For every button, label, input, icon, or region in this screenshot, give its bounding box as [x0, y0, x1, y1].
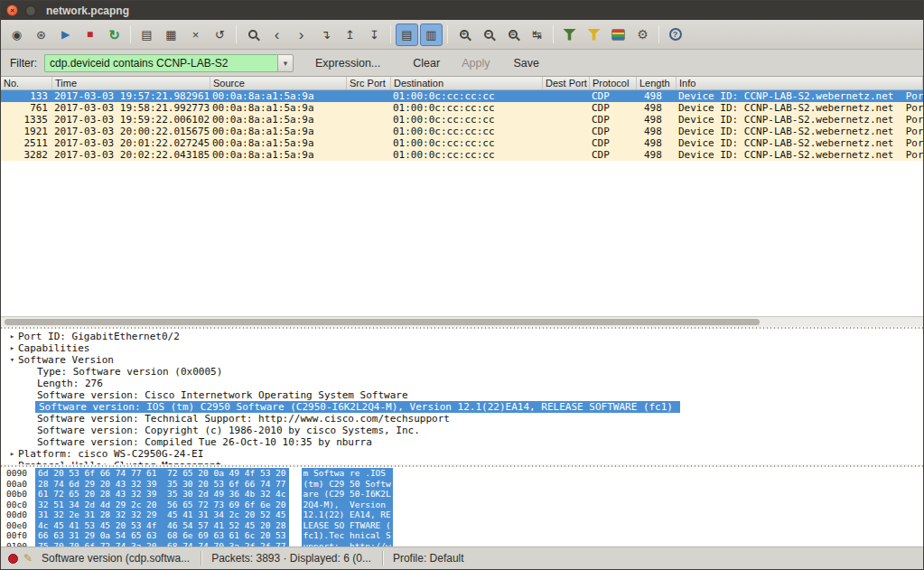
hex-bytes[interactable]: 31 32 2e 31 28 32 32 29 45 41 31 34 2c 2… [35, 509, 289, 520]
detail-line[interactable]: Software version: Copyright (c) 1986-201… [6, 425, 923, 436]
hex-ascii[interactable]: upport: http://w [302, 541, 393, 547]
detail-line[interactable]: ▾Software Version [6, 354, 923, 366]
hex-ascii[interactable]: LEASE SO FTWARE ( [302, 520, 393, 531]
apply-button[interactable]: Apply [456, 54, 495, 72]
detail-line[interactable]: ▸Platform: cisco WS-C2950G-24-EI [6, 448, 923, 460]
hex-bytes[interactable]: 75 70 70 6f 72 74 3a 20 68 74 74 70 3a 2… [35, 541, 289, 547]
save-file-button[interactable]: ▦ [160, 23, 182, 46]
close-button[interactable]: × [6, 5, 18, 16]
resize-columns-button[interactable]: ↹ [526, 23, 548, 46]
hex-ascii[interactable]: fc1).Tec hnical S [302, 530, 393, 541]
go-bottom-button[interactable]: ↧ [363, 23, 386, 46]
cell-length: 498 [637, 137, 677, 149]
packet-row[interactable]: 13352017-03-03 19:59:22.00610200:0a:8a:a… [1, 114, 923, 126]
hex-ascii[interactable]: are (C29 50-I6K2L [302, 489, 393, 500]
hex-row: 00a028 74 6d 29 20 43 32 39 35 30 20 53 … [1, 479, 923, 490]
scrollbar-thumb[interactable] [5, 319, 760, 325]
clear-button[interactable]: Clear [407, 54, 445, 72]
close-file-button[interactable]: × [184, 23, 207, 46]
help-button[interactable]: ? [664, 23, 686, 46]
expander-open-icon[interactable]: ▾ [6, 354, 18, 366]
find-packet-button[interactable] [241, 23, 264, 46]
packet-row[interactable]: 1332017-03-03 19:57:21.98296100:0a:8a:a1… [1, 90, 923, 102]
packet-row[interactable]: 7612017-03-03 19:58:21.99277300:0a:8a:a1… [1, 102, 923, 114]
hex-ascii[interactable]: 12.1(22) EA14, RE [302, 509, 393, 520]
goto-packet-button[interactable]: ↴ [314, 23, 337, 46]
filter-dropdown-button[interactable]: ▾ [277, 54, 294, 72]
detail-text: Software version: Compiled Tue 26-Oct-10… [37, 436, 372, 448]
expander-closed-icon[interactable]: ▸ [6, 448, 18, 460]
zoom-in-button[interactable]: + [453, 23, 475, 46]
coloring-rules-button[interactable] [607, 23, 630, 46]
go-forward-button[interactable]: › [290, 23, 313, 46]
col-header-time[interactable]: Time [52, 77, 210, 89]
wireshark-window: × network.pcapng ◉⊛▶■↻▤▦×↺‹›↴↥↧▤▥+−=↹⚙? … [0, 0, 924, 570]
detail-line[interactable]: Software version: Cisco Internetwork Ope… [6, 389, 923, 401]
autoscroll-button[interactable]: ▥ [420, 23, 443, 46]
cell-dest_port [543, 102, 590, 114]
detail-line[interactable]: Software version: IOS (tm) C2950 Softwar… [35, 401, 680, 413]
zoom-100-button[interactable]: = [501, 23, 524, 46]
detail-line[interactable]: Length: 276 [6, 378, 923, 389]
filter-input[interactable] [44, 54, 277, 72]
expander-closed-icon[interactable]: ▸ [6, 342, 18, 354]
find-packet-icon [248, 30, 257, 39]
detail-line[interactable]: ▸Port ID: GigabitEthernet0/2 [6, 331, 923, 342]
cell-length: 498 [637, 90, 677, 102]
window-title: network.pcapng [46, 5, 129, 17]
col-header-info[interactable]: Info [677, 77, 923, 89]
capture-options-button[interactable]: ⊛ [30, 23, 52, 46]
window-menu-icon[interactable] [25, 5, 36, 16]
col-header-src_port[interactable]: Src Port [347, 77, 391, 89]
hex-bytes[interactable]: 66 63 31 29 0a 54 65 63 68 6e 69 63 61 6… [35, 530, 289, 541]
col-header-destination[interactable]: Destination [391, 77, 543, 89]
reload-file-button[interactable]: ↺ [209, 23, 231, 46]
go-top-button[interactable]: ↥ [339, 23, 361, 46]
save-filter-button[interactable]: Save [508, 54, 545, 72]
expert-info-icon[interactable] [8, 554, 18, 564]
display-filters-button[interactable] [583, 23, 605, 46]
hex-bytes[interactable]: 4c 45 41 53 45 20 53 4f 46 54 57 41 52 4… [35, 520, 289, 531]
cell-length: 498 [637, 149, 677, 161]
packet-row[interactable]: 19212017-03-03 20:00:22.01567500:0a:8a:a… [1, 126, 923, 137]
cell-source: 00:0a:8a:a1:5a:9a [210, 102, 347, 114]
hex-ascii[interactable]: (tm) C29 50 Softw [302, 479, 393, 490]
detail-text: Software version: Cisco Internetwork Ope… [37, 389, 408, 401]
restart-capture-button[interactable]: ↻ [103, 23, 126, 46]
preferences-button[interactable]: ⚙ [631, 23, 654, 46]
detail-line[interactable]: Software version: Compiled Tue 26-Oct-10… [6, 436, 923, 448]
cell-source: 00:0a:8a:a1:5a:9a [210, 126, 347, 137]
hex-bytes[interactable]: 28 74 6d 29 20 43 32 39 35 30 20 53 6f 6… [35, 479, 289, 490]
hex-ascii[interactable]: m Softwa re .IOS [302, 468, 393, 479]
expander-closed-icon[interactable]: ▸ [6, 460, 18, 464]
expression-button[interactable]: Expression... [310, 54, 386, 72]
col-header-dest_port[interactable]: Dest Port [543, 77, 590, 89]
open-file-button[interactable]: ▤ [135, 23, 158, 46]
stop-capture-button[interactable]: ■ [79, 23, 101, 46]
detail-line[interactable]: ▸Capabilities [6, 342, 923, 354]
colorize-list-button[interactable]: ▤ [396, 23, 418, 46]
col-header-protocol[interactable]: Protocol [590, 77, 637, 89]
resize-columns-icon: ↹ [532, 29, 542, 41]
detail-line[interactable]: Type: Software version (0x0005) [6, 366, 923, 378]
zoom-out-button[interactable]: − [477, 23, 499, 46]
start-capture-button[interactable]: ▶ [54, 23, 77, 46]
hex-bytes[interactable]: 6d 20 53 6f 66 74 77 61 72 65 20 0a 49 4… [35, 468, 289, 479]
col-header-source[interactable]: Source [210, 77, 347, 89]
expander-closed-icon[interactable]: ▸ [6, 331, 18, 342]
hex-bytes[interactable]: 32 51 34 2d 4d 29 2c 20 56 65 72 73 69 6… [35, 500, 289, 510]
col-header-no[interactable]: No. [1, 77, 52, 89]
hex-ascii[interactable]: 2Q4-M), Version [302, 500, 393, 510]
col-header-length[interactable]: Length [637, 77, 677, 89]
go-back-button[interactable]: ‹ [266, 23, 288, 46]
packet-row[interactable]: 25112017-03-03 20:01:22.02724500:0a:8a:a… [1, 137, 923, 149]
capture-comment-icon[interactable]: ✎ [23, 552, 33, 565]
cell-src_port [347, 149, 391, 161]
cell-no: 761 [1, 102, 52, 114]
list-interfaces-button[interactable]: ◉ [5, 23, 28, 46]
detail-line[interactable]: Software version: Technical Support: htt… [6, 413, 923, 425]
hex-bytes[interactable]: 61 72 65 20 28 43 32 39 35 30 2d 49 36 4… [35, 489, 289, 500]
coloring-rules-icon [611, 29, 625, 41]
packet-row[interactable]: 32822017-03-03 20:02:22.04318500:0a:8a:a… [1, 149, 923, 161]
capture-filters-button[interactable] [558, 23, 581, 46]
